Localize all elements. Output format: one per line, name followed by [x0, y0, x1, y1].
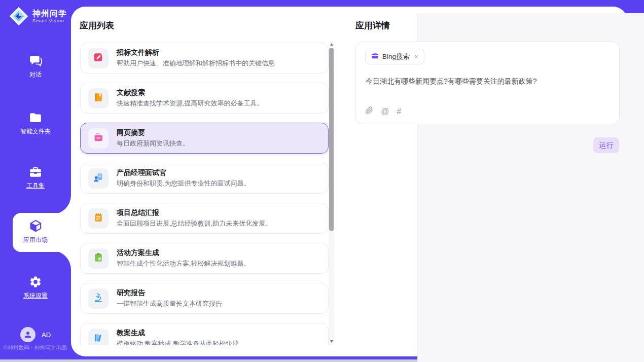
gear-icon — [29, 275, 43, 288]
svg-text:</>: </> — [96, 136, 101, 139]
app-card[interactable]: 招标文件解析帮助用户快速、准确地理解和解析招标书中的关键信息 — [80, 43, 329, 74]
sidebar-item-app-market[interactable]: 应用市场 — [0, 219, 71, 252]
app-card[interactable]: 产品经理面试官明确身份和职责,为您提供专业性的面试问题。 — [80, 163, 329, 194]
book-icon — [93, 92, 104, 105]
prompt-toolbar: @ # — [365, 106, 401, 117]
app-icon-tile — [88, 248, 109, 269]
app-description: 快速精准查找学术资源,提高研究效率的必备工具。 — [117, 99, 264, 108]
sidebar-item-label: 对话 — [29, 70, 42, 79]
sidebar-item-label: 智能文件夹 — [20, 127, 51, 136]
app-name: 招标文件解析 — [117, 48, 275, 57]
app-icon-tile — [88, 288, 109, 309]
person-icon — [23, 330, 32, 339]
run-button[interactable]: 运行 — [593, 137, 619, 153]
app-name: 研究报告 — [117, 288, 222, 297]
brand-subtitle: Smart Vision — [32, 18, 67, 23]
chat-icon — [29, 54, 43, 67]
scroll-down-icon[interactable] — [329, 338, 334, 345]
app-name: 项目总结汇报 — [117, 208, 272, 217]
sidebar: 神州问学 Smart Vision 对话智能文件夹工具集应用市场系统设置 AD … — [0, 0, 71, 362]
hash-icon[interactable]: # — [397, 107, 401, 116]
browser-code-icon: </> — [93, 132, 104, 145]
app-detail-title: 应用详情 — [355, 20, 390, 31]
prompt-input[interactable]: 今日湖北有哪些新闻要点?有哪些需要关注的最新政策? — [366, 76, 608, 86]
toolbox-icon — [29, 165, 43, 178]
briefcase-icon — [371, 52, 379, 61]
paperclip-icon[interactable] — [365, 106, 373, 117]
app-card[interactable]: 活动方案生成智能生成个性化活动方案,轻松解决规划难题。 — [80, 243, 329, 274]
app-description: 每日政府新闻资讯快查。 — [117, 139, 189, 148]
app-description: 帮助用户快速、准确地理解和解析招标书中的关键信息 — [117, 59, 275, 68]
scrollbar[interactable] — [329, 41, 334, 345]
app-name: 文献搜索 — [117, 88, 264, 97]
sidebar-item-toolset[interactable]: 工具集 — [0, 165, 71, 198]
app-icon-tile — [88, 208, 109, 229]
sidebar-item-label: 系统设置 — [23, 292, 48, 300]
app-card[interactable]: </>网页摘要每日政府新闻资讯快查。 — [80, 123, 329, 154]
cube-icon — [29, 219, 43, 233]
app-description: 明确身份和职责,为您提供专业性的面试问题。 — [117, 179, 251, 188]
brand-name: 神州问学 — [32, 9, 67, 18]
sidebar-item-label: 应用市场 — [23, 236, 48, 244]
chip-remove-icon[interactable]: × — [414, 53, 418, 60]
microscope-icon — [93, 292, 104, 305]
app-name: 活动方案生成 — [117, 248, 251, 257]
folder-icon — [29, 111, 43, 124]
app-icon-tile — [88, 48, 109, 68]
brand-logo: 神州问学 Smart Vision — [9, 7, 67, 26]
notepad-icon — [93, 212, 104, 225]
app-description: 模板驱动,教案秒成,教学准备从此轻松快捷 — [117, 339, 239, 345]
app-icon-tile — [88, 88, 109, 108]
app-description: 智能生成个性化活动方案,轻松解决规划难题。 — [117, 259, 251, 268]
prompt-card: Bing搜索 × 今日湖北有哪些新闻要点?有哪些需要关注的最新政策? @ # — [355, 42, 620, 124]
app-icon-tile: </> — [88, 128, 109, 149]
app-icon-tile — [88, 329, 109, 346]
sidebar-item-label: 工具集 — [26, 182, 45, 190]
sidebar-footer: ©神州数码 · 神州问学出品 — [4, 344, 71, 351]
at-icon[interactable]: @ — [381, 107, 389, 116]
app-name: 产品经理面试官 — [117, 168, 251, 177]
diamond-logo-icon — [9, 7, 28, 26]
books-icon — [93, 332, 104, 345]
tool-chip[interactable]: Bing搜索 × — [365, 49, 424, 64]
sidebar-item-chat[interactable]: 对话 — [0, 54, 71, 87]
sidebar-item-system-settings[interactable]: 系统设置 — [0, 275, 71, 308]
scrollbar-thumb[interactable] — [329, 48, 334, 231]
app-list-title: 应用列表 — [80, 20, 114, 31]
app-name: 教案生成 — [117, 329, 239, 337]
app-card[interactable]: 项目总结汇报全面回顾项目进展,总结经验教训,助力未来优化发展。 — [80, 203, 329, 234]
active-tab-curve-bottom — [52, 250, 71, 270]
clipboard-check-icon — [93, 252, 104, 265]
app-card[interactable]: 教案生成模板驱动,教案秒成,教学准备从此轻松快捷 — [80, 323, 329, 345]
sidebar-item-smart-folders[interactable]: 智能文件夹 — [0, 111, 71, 144]
avatar — [20, 327, 35, 342]
scroll-up-icon[interactable] — [329, 41, 334, 48]
app-card[interactable]: 研究报告一键智能生成高质量长文本研究报告 — [80, 283, 329, 314]
app-list: 招标文件解析帮助用户快速、准确地理解和解析招标书中的关键信息文献搜索快速精准查找… — [80, 43, 329, 345]
app-description: 全面回顾项目进展,总结经验教训,助力未来优化发展。 — [117, 219, 272, 228]
app-card[interactable]: 文献搜索快速精准查找学术资源,提高研究效率的必备工具。 — [80, 83, 329, 114]
app-window: 神州问学 Smart Vision 对话智能文件夹工具集应用市场系统设置 AD … — [0, 0, 644, 362]
app-description: 一键智能生成高质量长文本研究报告 — [117, 299, 222, 308]
pen-square-icon — [93, 52, 104, 65]
app-icon-tile — [88, 168, 109, 189]
app-name: 网页摘要 — [117, 128, 189, 137]
interviewer-icon — [93, 172, 104, 185]
user-row[interactable]: AD — [0, 327, 71, 342]
tool-chip-label: Bing搜索 — [382, 52, 410, 61]
user-name: AD — [42, 331, 51, 339]
